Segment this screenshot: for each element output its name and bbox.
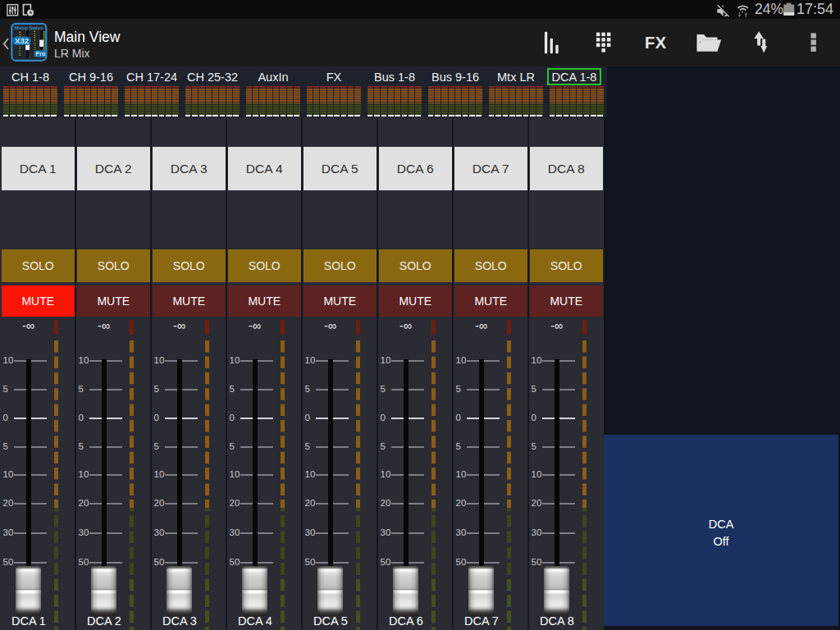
- svg-text:Mixing Station: Mixing Station: [15, 25, 43, 30]
- svg-text:X32: X32: [15, 36, 29, 45]
- svg-text:Pro: Pro: [35, 50, 46, 57]
